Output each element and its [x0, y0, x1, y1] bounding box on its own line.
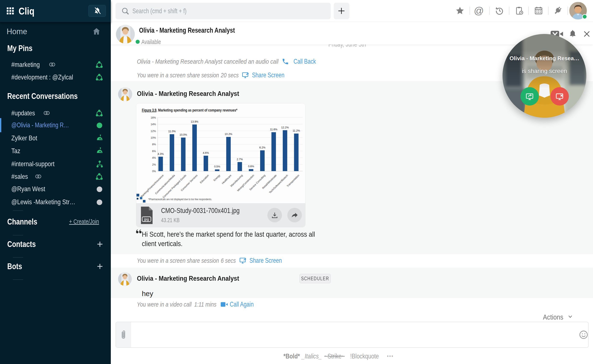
svg-text:2%: 2%: [152, 163, 156, 166]
svg-text:4.6%: 4.6%: [203, 151, 209, 155]
svg-text:12%: 12%: [151, 130, 156, 133]
svg-text:4.3%: 4.3%: [158, 153, 164, 156]
svg-text:6%: 6%: [152, 150, 156, 153]
svg-text:0.6%: 0.6%: [248, 165, 254, 168]
svg-text:0%: 0%: [152, 170, 156, 173]
svg-text:10.0%: 10.0%: [180, 133, 187, 136]
svg-text:4%: 4%: [152, 156, 156, 159]
svg-text:Figure 3.9. Marketing spendin: Figure 3.9. Marketing spending as percen…: [142, 108, 237, 112]
svg-text:11.2%: 11.2%: [293, 129, 300, 132]
svg-text:*Pharmaceuticals are not displ: *Pharmaceuticals are not displayed due t…: [148, 198, 212, 201]
svg-text:14%: 14%: [151, 123, 156, 126]
svg-text:jpg: jpg: [144, 217, 149, 221]
svg-text:10.2%: 10.2%: [225, 133, 232, 136]
svg-text:11.0%: 11.0%: [168, 130, 176, 133]
svg-text:8%: 8%: [152, 143, 156, 146]
svg-text:0.5%: 0.5%: [214, 165, 220, 168]
svg-text:11.6%: 11.6%: [270, 128, 277, 131]
svg-text:12.2%: 12.2%: [281, 126, 289, 129]
svg-text:2.7%: 2.7%: [237, 158, 243, 161]
svg-text:10%: 10%: [151, 136, 156, 139]
svg-text:6.2%: 6.2%: [259, 146, 265, 149]
svg-text:16%: 16%: [151, 116, 156, 119]
svg-text:13.9%: 13.9%: [191, 120, 198, 123]
